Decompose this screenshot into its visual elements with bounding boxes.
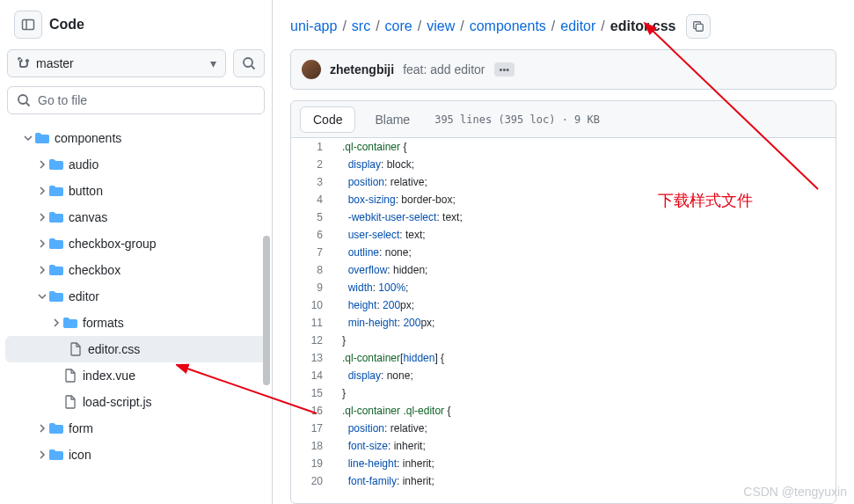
sidebar: Code master ▾ Go to file componentsaudio… [0, 0, 273, 504]
goto-file-input[interactable]: Go to file [7, 86, 265, 114]
line-number[interactable]: 12 [291, 332, 335, 349]
line-number[interactable]: 11 [291, 314, 335, 332]
tree-file[interactable]: load-script.js [0, 389, 272, 415]
branch-selector[interactable]: master ▾ [7, 49, 226, 77]
line-number[interactable]: 19 [291, 455, 335, 472]
tree-item-label: editor.css [88, 342, 140, 356]
chevron-icon [49, 369, 63, 383]
svg-point-2 [244, 58, 252, 67]
code-line: 7 outline: none; [291, 244, 836, 261]
tree-folder[interactable]: formats [0, 310, 272, 336]
commit-author[interactable]: zhetengbiji [330, 62, 394, 77]
chevron-icon [49, 316, 63, 330]
tree-item-label: form [69, 421, 93, 435]
tab-code[interactable]: Code [300, 106, 355, 133]
file-icon [63, 395, 77, 409]
search-button[interactable] [233, 49, 265, 77]
sidebar-title: Code [49, 17, 84, 33]
tree-folder[interactable]: checkbox-group [0, 230, 272, 257]
breadcrumb-link[interactable]: src [352, 18, 370, 34]
tree-file[interactable]: index.vue [0, 362, 272, 389]
tree-folder[interactable]: canvas [0, 204, 272, 230]
chevron-icon [35, 184, 49, 198]
folder-icon [63, 316, 77, 330]
line-number[interactable]: 14 [291, 367, 335, 384]
file-icon [63, 369, 77, 383]
line-number[interactable]: 20 [291, 472, 335, 490]
commit-expand[interactable]: ••• [494, 62, 515, 77]
code-line: 6 user-select: text; [291, 226, 836, 244]
line-number[interactable]: 16 [291, 402, 335, 420]
tree-item-label: editor [69, 289, 99, 303]
tree-file[interactable]: editor.css [5, 336, 266, 362]
line-number[interactable]: 4 [291, 191, 335, 208]
folder-icon [49, 157, 63, 172]
tree-folder[interactable]: button [0, 178, 272, 204]
chevron-icon [35, 421, 49, 435]
breadcrumb-current: editor.css [610, 18, 676, 34]
code-line: 1.ql-container { [291, 138, 836, 156]
branch-icon [17, 56, 31, 70]
tree-item-label: icon [69, 448, 91, 462]
tree-folder[interactable]: checkbox [0, 257, 272, 283]
chevron-icon [35, 289, 49, 303]
line-number[interactable]: 2 [291, 156, 335, 173]
breadcrumb-link[interactable]: view [427, 18, 455, 34]
avatar[interactable] [302, 60, 321, 79]
line-number[interactable]: 3 [291, 173, 335, 191]
sidebar-toggle-button[interactable] [14, 11, 42, 39]
scrollbar[interactable] [263, 236, 270, 385]
watermark: CSDN @tengyuxin [743, 485, 847, 499]
tree-item-label: index.vue [83, 369, 135, 383]
tree-folder[interactable]: form [0, 415, 272, 442]
breadcrumb-link[interactable]: components [470, 18, 546, 34]
tree-folder[interactable]: components [0, 125, 272, 151]
code-view[interactable]: 1.ql-container {2 display: block;3 posit… [291, 138, 836, 503]
code-line: 16.ql-container .ql-editor { [291, 402, 836, 420]
tab-blame[interactable]: Blame [362, 106, 422, 133]
tree-folder[interactable]: audio [0, 151, 272, 178]
line-number[interactable]: 17 [291, 420, 335, 437]
code-line: 8 overflow: hidden; [291, 261, 836, 279]
commit-bar[interactable]: zhetengbiji feat: add editor ••• [290, 49, 836, 90]
line-number[interactable]: 5 [291, 208, 335, 226]
line-number[interactable]: 10 [291, 296, 335, 314]
code-line: 19 line-height: inherit; [291, 455, 836, 472]
line-number[interactable]: 18 [291, 437, 335, 455]
line-number[interactable]: 7 [291, 244, 335, 261]
caret-down-icon: ▾ [210, 56, 216, 70]
copy-path-button[interactable] [686, 14, 711, 39]
folder-icon [49, 263, 63, 277]
line-number[interactable]: 1 [291, 138, 335, 156]
svg-rect-0 [23, 20, 34, 30]
chevron-icon [35, 157, 49, 172]
svg-point-4 [18, 95, 27, 104]
line-number[interactable]: 13 [291, 349, 335, 367]
code-line: 2 display: block; [291, 156, 836, 173]
commit-message[interactable]: feat: add editor [403, 62, 485, 77]
tree-folder[interactable]: icon [0, 442, 272, 468]
svg-line-5 [26, 103, 30, 106]
line-number[interactable]: 9 [291, 279, 335, 296]
line-number[interactable]: 8 [291, 261, 335, 279]
chevron-icon [55, 342, 69, 356]
code-line: 12} [291, 332, 836, 349]
line-number[interactable]: 6 [291, 226, 335, 244]
tree-folder[interactable]: editor [0, 283, 272, 310]
svg-line-3 [252, 66, 255, 69]
code-line: 9 width: 100%; [291, 279, 836, 296]
breadcrumb-link[interactable]: editor [560, 18, 595, 34]
code-line: 3 position: relative; [291, 173, 836, 191]
chevron-icon [49, 395, 63, 409]
folder-icon [49, 237, 63, 251]
breadcrumb-sep: / [376, 18, 379, 34]
main-panel: uni-app/src/core/view/components/editor/… [273, 0, 854, 504]
breadcrumb-link[interactable]: uni-app [290, 18, 337, 34]
panel-icon [21, 18, 35, 32]
tree-item-label: canvas [69, 210, 107, 224]
code-line: 18 font-size: inherit; [291, 437, 836, 455]
code-line: 4 box-sizing: border-box; [291, 191, 836, 208]
breadcrumb-link[interactable]: core [385, 18, 412, 34]
file-meta: 395 lines (395 loc) · 9 KB [434, 113, 600, 126]
line-number[interactable]: 15 [291, 384, 335, 402]
